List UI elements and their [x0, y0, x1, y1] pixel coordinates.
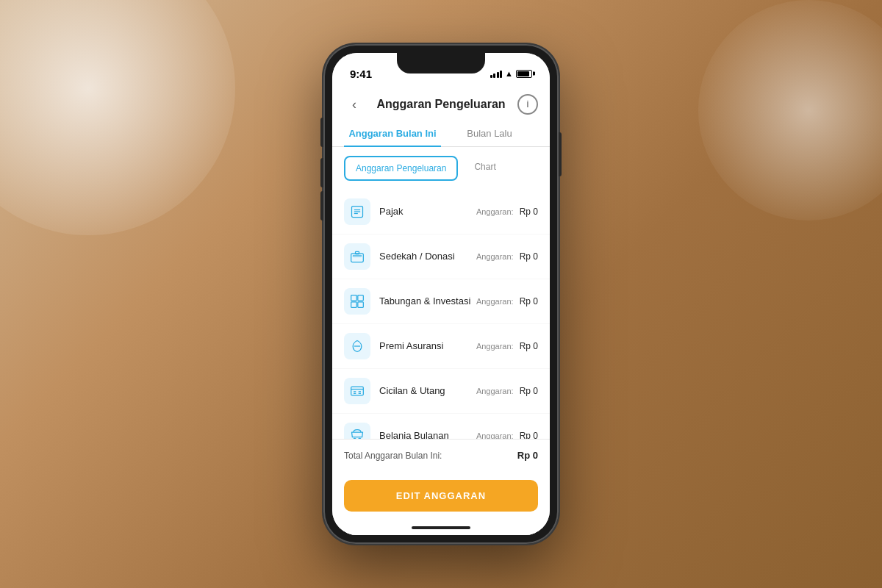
- signal-bars-icon: [490, 69, 503, 78]
- insurance-icon: [344, 333, 370, 359]
- bar1: [490, 75, 492, 78]
- sub-tab-anggaran[interactable]: Anggaran Pengeluaran: [344, 156, 458, 181]
- status-bar: 9:41 ▲: [332, 53, 550, 85]
- svg-rect-6: [356, 251, 359, 254]
- sub-tab-chart[interactable]: Chart: [464, 156, 506, 181]
- item-amount-cicilan: Rp 0: [520, 386, 538, 396]
- svg-rect-8: [358, 295, 364, 301]
- tax-icon: [344, 198, 370, 225]
- total-row: Total Anggaran Bulan Ini: Rp 0: [332, 439, 550, 471]
- home-bar: [412, 526, 470, 529]
- item-name-cicilan: Cicilan & Utang: [379, 385, 476, 398]
- item-amount-premi: Rp 0: [520, 341, 538, 351]
- phone-wrapper: 9:41 ▲: [323, 44, 559, 544]
- svg-rect-12: [351, 387, 364, 395]
- item-name-sedekah: Sedekah / Donasi: [379, 251, 476, 263]
- status-icons: ▲: [490, 69, 532, 78]
- home-indicator: [332, 520, 550, 535]
- svg-rect-9: [351, 302, 357, 308]
- tab-bulan-lalu[interactable]: Bulan Lalu: [441, 121, 538, 146]
- app-header: ‹ Anggaran Pengeluaran i: [332, 85, 550, 121]
- bar3: [497, 72, 499, 78]
- shopping-icon: [344, 423, 370, 439]
- phone-frame: 9:41 ▲: [323, 44, 559, 544]
- item-label-pajak: Anggaran:: [476, 207, 514, 216]
- svg-rect-10: [358, 302, 364, 308]
- battery-icon: [516, 70, 532, 78]
- info-icon: i: [526, 99, 528, 110]
- bar4: [500, 71, 502, 78]
- info-button[interactable]: i: [517, 94, 538, 115]
- debt-icon: [344, 378, 370, 404]
- bar2: [493, 74, 495, 78]
- item-name-belanja: Belanja Bulanan: [379, 430, 476, 439]
- item-label-cicilan: Anggaran:: [476, 387, 514, 395]
- total-label: Total Anggaran Bulan Ini:: [344, 451, 442, 461]
- svg-rect-4: [351, 254, 364, 262]
- item-label-premi: Anggaran:: [476, 342, 514, 351]
- item-amount-pajak: Rp 0: [520, 207, 538, 217]
- budget-item-cicilan[interactable]: Cicilan & Utang Anggaran: Rp 0: [332, 369, 550, 413]
- tab-bulan-ini[interactable]: Anggaran Bulan Ini: [344, 121, 441, 146]
- budget-item-sedekah[interactable]: Sedekah / Donasi Anggaran: Rp 0: [332, 234, 550, 279]
- savings-icon: [344, 288, 370, 315]
- donation-icon: [344, 243, 370, 270]
- budget-item-belanja[interactable]: Belanja Bulanan Anggaran: Rp 0: [332, 414, 550, 439]
- sub-tab-bar: Anggaran Pengeluaran Chart: [332, 147, 550, 190]
- battery-fill: [517, 71, 529, 76]
- budget-item-tabungan[interactable]: Tabungan & Investasi Anggaran: Rp 0: [332, 279, 550, 323]
- budget-item-premi[interactable]: Premi Asuransi Anggaran: Rp 0: [332, 324, 550, 368]
- item-label-belanja: Anggaran:: [476, 431, 514, 439]
- item-name-pajak: Pajak: [379, 206, 476, 218]
- item-amount-sedekah: Rp 0: [520, 251, 538, 262]
- svg-rect-7: [351, 295, 357, 301]
- page-title: Anggaran Pengeluaran: [376, 98, 505, 111]
- total-amount: Rp 0: [517, 450, 538, 461]
- tab-bar: Anggaran Bulan Ini Bulan Lalu: [332, 121, 550, 147]
- back-arrow-icon: ‹: [352, 97, 356, 112]
- budget-list: Pajak Anggaran: Rp 0: [332, 190, 550, 439]
- item-label-sedekah: Anggaran:: [476, 252, 514, 261]
- budget-item-pajak[interactable]: Pajak Anggaran: Rp 0: [332, 190, 550, 234]
- app-content: ‹ Anggaran Pengeluaran i Anggaran Bulan …: [332, 85, 550, 535]
- back-button[interactable]: ‹: [344, 94, 365, 115]
- svg-rect-5: [353, 255, 362, 257]
- status-time: 9:41: [350, 68, 372, 80]
- notch: [397, 53, 485, 74]
- item-name-premi: Premi Asuransi: [379, 340, 476, 353]
- item-name-tabungan: Tabungan & Investasi: [379, 295, 476, 308]
- item-label-tabungan: Anggaran:: [476, 297, 514, 306]
- item-amount-tabungan: Rp 0: [520, 296, 538, 306]
- edit-anggaran-button[interactable]: EDIT ANGGARAN: [344, 480, 538, 512]
- item-amount-belanja: Rp 0: [520, 431, 538, 439]
- wifi-icon: ▲: [505, 69, 513, 78]
- phone-screen: 9:41 ▲: [332, 53, 550, 535]
- scene: 9:41 ▲: [0, 0, 882, 588]
